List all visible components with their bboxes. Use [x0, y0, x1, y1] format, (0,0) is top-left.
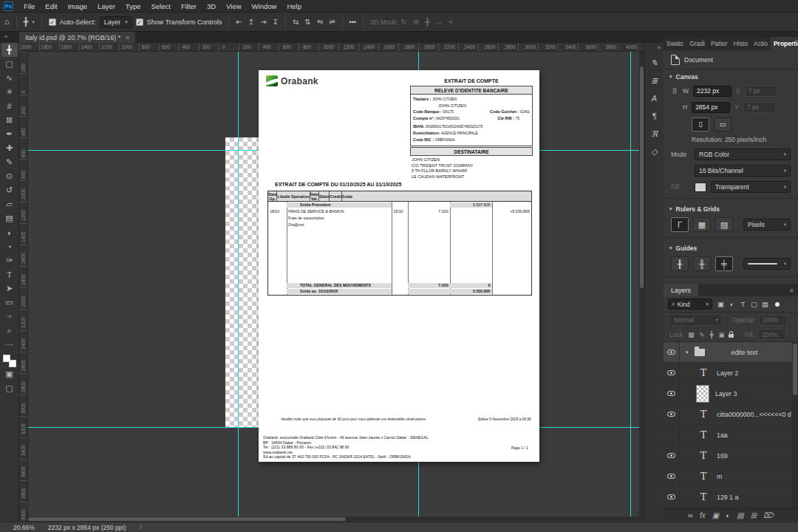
lock-pixels-icon[interactable]: ✎ [699, 331, 704, 338]
link-dimensions-icon[interactable]: 8 [671, 87, 678, 95]
quick-mask-button[interactable]: ▣ [1, 367, 18, 381]
more-tools[interactable]: ⋯ [1, 338, 18, 352]
more-options-icon[interactable]: ••• [349, 18, 356, 26]
distribute-right-icon[interactable]: ⇌ [329, 18, 335, 26]
toolbar-collapse-icon[interactable]: » [0, 32, 19, 43]
path-select-tool[interactable]: ➤ [1, 282, 18, 296]
show-transform-checkbox[interactable]: ✓ [136, 18, 143, 26]
dock-collapse-icon[interactable]: » [658, 43, 664, 54]
lock-guides-button[interactable]: ╫ [693, 256, 711, 271]
layer-row[interactable]: ▾ T 129 1 a [664, 487, 798, 508]
layer-name[interactable]: Layer 3 [715, 390, 737, 398]
distribute-vertical-icon[interactable]: ⇅ [304, 18, 310, 26]
color-mode-dropdown[interactable]: RGB Color ▾ [695, 149, 791, 160]
gradient-tool[interactable]: ▤ [1, 211, 18, 225]
layer-row[interactable]: ▾ T Layer 2 [664, 363, 798, 383]
panel-tab[interactable]: Properties [771, 37, 798, 50]
group-expand-icon[interactable]: ▾ [686, 349, 689, 355]
layer-name[interactable]: 169 [717, 452, 728, 460]
toggle-rulers-button[interactable]: Γ [671, 217, 689, 232]
filter-pixel-layers-icon[interactable]: ▣ [715, 300, 726, 308]
filter-shape-layers-icon[interactable]: ▢ [748, 300, 760, 308]
toggle-pixel-grid-button[interactable]: ▨ [715, 217, 733, 232]
toggle-grid-button[interactable]: ▦ [693, 217, 711, 232]
distribute-horizontal-icon[interactable]: ⇆ [293, 18, 299, 26]
menu-item[interactable]: Type [120, 2, 146, 10]
canvas-viewport[interactable]: Orabank EXTRAIT DE COMPTE RELEVE D'IDENT… [28, 52, 644, 522]
zoom-level[interactable]: 20.66% [13, 524, 35, 531]
lock-position-icon[interactable]: ╋ [709, 331, 713, 338]
clone-stamp-tool[interactable]: ⊙ [1, 169, 18, 183]
glyphs-panel-icon[interactable]: ℜ [647, 125, 663, 143]
layer-filter-kind-dropdown[interactable]: ⌕ Kind ▾ [668, 299, 712, 310]
layer-name[interactable]: 1aa [717, 432, 728, 439]
layer-name[interactable]: edite text [732, 349, 758, 356]
link-layers-icon[interactable]: ∞ [688, 511, 693, 519]
menu-item[interactable]: Edit [40, 2, 62, 10]
pen-tool[interactable]: ✑ [1, 253, 18, 267]
layer-visibility-toggle[interactable] [664, 466, 680, 486]
menu-item[interactable]: Window [247, 2, 282, 10]
crop-tool[interactable]: # [1, 99, 18, 113]
hand-tool[interactable]: ☞ [1, 310, 18, 324]
zoom-tool[interactable]: ⌕ [1, 324, 18, 338]
move-tool[interactable]: ╋ [1, 43, 18, 57]
layer-visibility-toggle[interactable] [664, 383, 680, 403]
layers-scrollbar[interactable] [792, 342, 798, 508]
new-layer-icon[interactable]: ⊞ [751, 511, 757, 519]
layer-row[interactable]: ▾ T 1aa [664, 425, 798, 446]
units-dropdown[interactable]: Pixels ▾ [743, 219, 791, 231]
status-chevron-icon[interactable]: 〉 [139, 523, 146, 532]
menu-item[interactable]: View [221, 2, 246, 10]
lock-transparency-icon[interactable]: ▦ [688, 331, 694, 338]
layer-name[interactable]: 129 1 a [717, 494, 738, 501]
menu-item[interactable]: 3D [202, 2, 221, 10]
canvas-section-header[interactable]: ▾ Canvas [664, 69, 798, 83]
blur-tool[interactable]: ◗ [1, 225, 18, 239]
menu-item[interactable]: Select [146, 2, 175, 10]
menu-item[interactable]: Filter [176, 2, 202, 10]
new-adjustment-layer-icon[interactable]: ◐ [726, 511, 730, 519]
tool-preset-caret-icon[interactable]: ▾ [32, 19, 35, 25]
document-tab[interactable]: Italy id.psd @ 20.7% (RGB/16) * × [19, 32, 135, 43]
delete-layer-icon[interactable]: ⌦ [763, 511, 774, 519]
panel-tab[interactable]: Histo [731, 37, 751, 50]
guide-style-dropdown[interactable]: ▾ [743, 258, 791, 270]
align-right-icon[interactable]: ⇥ [260, 18, 266, 26]
guide-vertical[interactable] [630, 52, 631, 522]
panel-tab[interactable]: Actio [751, 37, 771, 50]
vertical-ruler[interactable]: 2000200400600800100012001400160018002000… [19, 52, 28, 522]
layer-name[interactable]: citta0000000...<<<<<<0 d [717, 411, 791, 418]
canvas-height-field[interactable]: 2854 px [692, 102, 730, 113]
home-icon[interactable]: ⌂ [4, 18, 10, 26]
horizontal-scrollbar[interactable] [28, 516, 644, 522]
character-panel-icon[interactable]: A [647, 89, 663, 107]
panel-tab[interactable]: Patter [708, 37, 731, 50]
type-tool[interactable]: T [1, 267, 18, 282]
bit-depth-dropdown[interactable]: 16 Bits/Channel ▾ [695, 165, 791, 177]
horizontal-ruler[interactable]: 2000180016001400120010008006004002000200… [19, 43, 644, 52]
menu-item[interactable]: Layer [92, 2, 120, 10]
clone-source-icon[interactable]: ≣ [647, 72, 663, 89]
eyedropper-tool[interactable]: ✒ [1, 127, 18, 141]
foreground-color-swatch[interactable] [3, 355, 10, 362]
layer-visibility-toggle[interactable] [664, 487, 680, 507]
layer-row[interactable]: ▾ T 169 [664, 446, 798, 466]
menu-item[interactable]: File [18, 2, 40, 10]
fill-color-swatch[interactable] [695, 183, 706, 192]
lock-all-icon[interactable] [729, 334, 734, 338]
rulers-grids-section-header[interactable]: ▾ Rulers & Grids [664, 202, 798, 215]
layer-visibility-toggle[interactable] [664, 425, 680, 445]
toggle-guides-button[interactable]: ╂ [671, 256, 689, 271]
frame-tool[interactable]: ⊠ [1, 113, 18, 127]
align-center-vertical-icon[interactable]: ↥ [248, 18, 254, 26]
orientation-portrait-button[interactable]: ▯ [692, 117, 709, 132]
layer-visibility-toggle[interactable] [664, 342, 680, 362]
shape-tool[interactable]: ▭ [1, 296, 18, 310]
lock-artboard-icon[interactable]: ▣ [719, 331, 725, 338]
healing-brush-tool[interactable]: ✚ [1, 141, 18, 155]
quick-selection-tool[interactable]: ✳ [1, 85, 18, 99]
layer-row[interactable]: ▾ T citta0000000...<<<<<<0 d [664, 404, 798, 425]
add-layer-mask-icon[interactable]: ▣ [712, 511, 719, 519]
marquee-tool[interactable]: ▢ [1, 57, 18, 71]
